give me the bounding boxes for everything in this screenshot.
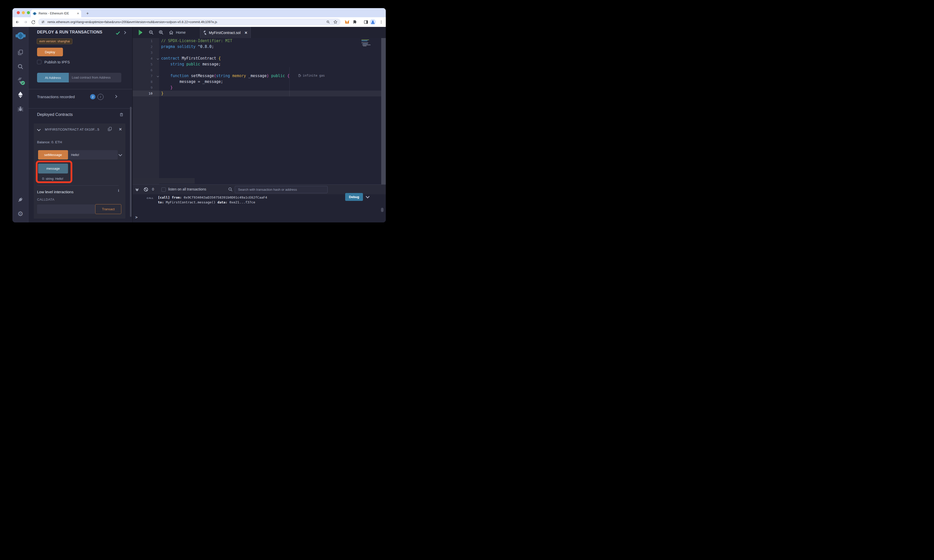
new-tab-button[interactable]: + bbox=[84, 10, 91, 17]
search-icon[interactable] bbox=[12, 63, 28, 70]
code-line: 10} bbox=[133, 91, 386, 96]
code-lines[interactable]: 1// SPDX-License-Identifier: MIT2pragma … bbox=[133, 38, 386, 96]
set-message-expand-icon[interactable] bbox=[119, 153, 122, 156]
remix-app: ⚙ DEPLOY & RUN TRANSACTIONS evm version:… bbox=[12, 27, 386, 222]
extensions-icon[interactable] bbox=[352, 17, 358, 27]
profile-avatar[interactable] bbox=[370, 17, 376, 27]
remix-favicon bbox=[33, 12, 37, 15]
editor-horizontal-scrollbar[interactable] bbox=[133, 178, 195, 184]
url-bar[interactable]: remix.ethereum.org/#lang=en&optimize=fal… bbox=[38, 18, 341, 25]
publish-ipfs-checkbox[interactable] bbox=[37, 60, 42, 64]
zoom-out-icon[interactable] bbox=[148, 30, 154, 35]
low-level-info-icon[interactable]: i bbox=[118, 188, 119, 193]
transact-button[interactable]: Transact bbox=[95, 204, 121, 214]
code-line: 9 } bbox=[133, 85, 386, 91]
debug-button[interactable]: Debug bbox=[345, 193, 363, 201]
menu-kebab-icon[interactable] bbox=[378, 17, 384, 27]
zoom-in-icon[interactable] bbox=[159, 30, 164, 35]
terminal-search-icon[interactable] bbox=[228, 187, 233, 192]
set-message-button[interactable]: setMessage bbox=[38, 150, 68, 160]
at-address-button[interactable]: At Address bbox=[37, 73, 69, 82]
set-message-input[interactable] bbox=[68, 150, 118, 160]
calldata-input[interactable] bbox=[37, 205, 95, 214]
remix-logo[interactable] bbox=[12, 31, 28, 42]
panel-collapse-icon[interactable] bbox=[123, 31, 126, 34]
side-panel-icon[interactable] bbox=[363, 17, 369, 27]
panel-scrollbar[interactable] bbox=[130, 107, 131, 217]
tx-count-badge: 2 bbox=[90, 94, 96, 99]
zoom-page-icon[interactable] bbox=[326, 20, 330, 24]
listen-label: listen on all transactions bbox=[168, 187, 206, 191]
editor-scrollbar[interactable] bbox=[381, 38, 386, 185]
bookmark-star-icon[interactable] bbox=[333, 20, 338, 24]
tab-home[interactable]: Home bbox=[169, 27, 186, 38]
terminal: 0 listen on all transactions CALL [call]… bbox=[132, 185, 386, 222]
deployed-contract-card: MYFIRSTCONTRACT AT 0X10F...5 ✕ Balance: … bbox=[34, 123, 125, 218]
contract-close-icon[interactable]: ✕ bbox=[119, 127, 122, 132]
tx-info-icon[interactable]: i bbox=[97, 94, 103, 100]
close-window-button[interactable] bbox=[17, 11, 20, 14]
contract-collapse-icon[interactable] bbox=[37, 128, 40, 131]
compile-success-badge bbox=[21, 81, 25, 85]
low-level-title: Low level interactions bbox=[37, 190, 73, 194]
clear-console-icon[interactable] bbox=[144, 187, 148, 192]
editor-tab-bar: Home MyFirstContract.sol ✕ bbox=[133, 27, 386, 38]
browser-tab[interactable]: Remix - Ethereum IDE ✕ bbox=[31, 10, 81, 17]
debugger-icon[interactable] bbox=[12, 106, 28, 112]
terminal-search-input[interactable] bbox=[235, 186, 328, 193]
log-line-2[interactable]: to: MyFirstContract.message() data: 0xe2… bbox=[158, 200, 255, 205]
solidity-compiler-icon[interactable] bbox=[12, 77, 28, 84]
tab-close-icon[interactable]: ✕ bbox=[77, 12, 79, 15]
url-text: remix.ethereum.org/#lang=en&optimize=fal… bbox=[48, 20, 326, 24]
log-line-1[interactable]: [call] from: 0x9Cf934043aD350758391b0D01… bbox=[158, 195, 267, 200]
evm-version-badge: evm version: shanghai bbox=[37, 38, 72, 44]
minimap[interactable] bbox=[361, 39, 371, 47]
copy-address-icon[interactable] bbox=[107, 126, 112, 131]
site-settings-icon[interactable] bbox=[41, 20, 45, 24]
browser-toolbar: remix.ethereum.org/#lang=en&optimize=fal… bbox=[12, 17, 386, 27]
tab-file[interactable]: MyFirstContract.sol ✕ bbox=[200, 27, 251, 38]
tx-recorded-label: Transactions recorded bbox=[37, 95, 75, 99]
code-line: 4contract MyFirstContract { bbox=[133, 55, 386, 62]
back-icon[interactable] bbox=[14, 17, 20, 27]
terminal-scrollbar[interactable] bbox=[381, 208, 384, 212]
expand-terminal-icon[interactable] bbox=[136, 188, 138, 191]
plugin-manager-icon[interactable] bbox=[12, 196, 28, 203]
browser-window: Remix - Ethereum IDE ✕ + remix.ethereum.… bbox=[12, 8, 386, 222]
solidity-file-icon bbox=[203, 31, 207, 35]
publish-ipfs-label: Publish to IPFS bbox=[45, 60, 70, 64]
code-line: 8 message = _message; bbox=[133, 79, 386, 85]
deploy-button[interactable]: Deploy bbox=[37, 48, 63, 56]
card-divider bbox=[37, 185, 119, 186]
message-button[interactable]: message bbox=[38, 164, 68, 174]
run-script-icon[interactable] bbox=[138, 29, 143, 35]
icon-sidebar: ⚙ bbox=[12, 27, 28, 222]
panel-check-icon bbox=[116, 31, 120, 35]
listen-checkbox[interactable] bbox=[162, 188, 166, 192]
trash-icon[interactable] bbox=[119, 112, 123, 117]
home-icon bbox=[169, 30, 174, 35]
code-line: 6 bbox=[133, 67, 386, 73]
log-expand-icon[interactable] bbox=[366, 195, 369, 198]
minimize-window-button[interactable] bbox=[22, 11, 25, 14]
code-line: 2pragma solidity ^0.8.0; bbox=[133, 44, 386, 50]
code-line: 3 bbox=[133, 50, 386, 55]
deploy-run-icon[interactable] bbox=[12, 91, 28, 98]
maximize-window-button[interactable] bbox=[27, 11, 30, 14]
at-address-input[interactable] bbox=[69, 73, 121, 82]
file-explorer-icon[interactable] bbox=[12, 49, 28, 55]
tab-home-label: Home bbox=[176, 31, 186, 34]
contract-title: MYFIRSTCONTRACT AT 0X10F...5 bbox=[45, 128, 99, 131]
forward-icon[interactable] bbox=[22, 17, 28, 27]
tab-file-close-icon[interactable]: ✕ bbox=[244, 31, 247, 35]
settings-gear-icon[interactable]: ⚙ bbox=[12, 211, 28, 217]
reload-icon[interactable] bbox=[30, 17, 36, 27]
tx-expand-icon[interactable] bbox=[114, 95, 117, 98]
section-divider bbox=[28, 89, 132, 89]
log-call-tag: CALL bbox=[147, 197, 154, 199]
tab-file-label: MyFirstContract.sol bbox=[209, 31, 242, 35]
screenshot-background: Remix - Ethereum IDE ✕ + remix.ethereum.… bbox=[0, 0, 398, 238]
editor-area: Home MyFirstContract.sol ✕ 1// SPDX-Lice… bbox=[132, 27, 386, 185]
metamask-icon[interactable] bbox=[344, 17, 350, 27]
terminal-prompt[interactable]: > bbox=[135, 215, 137, 220]
